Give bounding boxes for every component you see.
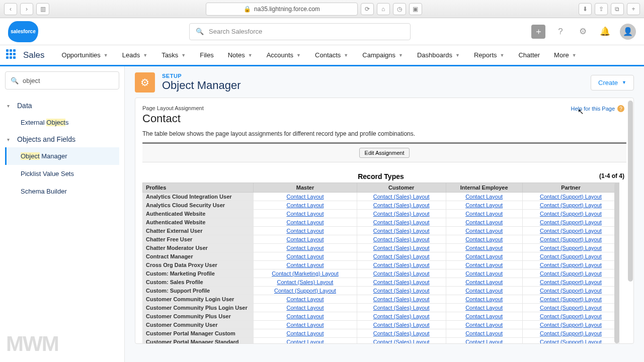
layout-link[interactable]: Contact Layout — [286, 245, 324, 251]
layout-link[interactable]: Contact Layout — [286, 211, 324, 217]
layout-link[interactable]: Contact Layout — [465, 339, 503, 343]
layout-link[interactable]: Contact (Sales) Layout — [373, 202, 430, 208]
layout-link[interactable]: Contact Layout — [286, 194, 324, 200]
nav-item-contacts[interactable]: Contacts▼ — [308, 45, 355, 66]
layout-link[interactable]: Contact (Sales) Layout — [373, 313, 430, 319]
layout-link[interactable]: Contact Layout — [286, 236, 324, 242]
layout-link[interactable]: Contact Layout — [286, 253, 324, 259]
layout-link[interactable]: Contact (Support) Layout — [540, 339, 602, 343]
layout-link[interactable]: Contact Layout — [465, 236, 503, 242]
sidebar-item-external-objects[interactable]: External Objects — [5, 114, 119, 131]
layout-link[interactable]: Contact Layout — [286, 322, 324, 328]
layout-link[interactable]: Contact (Support) Layout — [540, 313, 602, 319]
sidebar-item-object-manager[interactable]: Object Manager — [5, 147, 119, 165]
layout-link[interactable]: Contact (Support) Layout — [540, 253, 602, 259]
reload-button[interactable]: ⟳ — [361, 3, 374, 15]
layout-link[interactable]: Contact (Sales) Layout — [373, 194, 430, 200]
layout-link[interactable]: Contact (Sales) Layout — [373, 236, 430, 242]
sidebar-search[interactable]: 🔍 object — [5, 71, 119, 89]
layout-link[interactable]: Contact (Support) Layout — [540, 236, 602, 242]
layout-link[interactable]: Contact Layout — [286, 219, 324, 225]
app-launcher-icon[interactable] — [6, 49, 18, 61]
layout-link[interactable]: Contact (Support) Layout — [540, 279, 602, 285]
layout-link[interactable]: Contact Layout — [286, 339, 324, 343]
url-bar[interactable]: 🔒 na35.lightning.force.com — [206, 3, 357, 16]
create-button[interactable]: Create ▼ — [591, 75, 634, 90]
layout-link[interactable]: Contact Layout — [465, 219, 503, 225]
layout-link[interactable]: Contact (Support) Layout — [540, 322, 602, 328]
edit-assignment-button[interactable]: Edit Assignment — [359, 148, 410, 158]
layout-link[interactable]: Contact (Sales) Layout — [373, 279, 430, 285]
layout-link[interactable]: Contact (Sales) Layout — [373, 219, 430, 225]
layout-link[interactable]: Contact (Support) Layout — [540, 305, 602, 311]
layout-link[interactable]: Contact Layout — [465, 194, 503, 200]
layout-link[interactable]: Contact Layout — [465, 330, 503, 336]
nav-item-files[interactable]: Files — [193, 45, 220, 66]
layout-link[interactable]: Contact Layout — [465, 228, 503, 234]
new-tab-button[interactable]: + — [627, 3, 640, 15]
home-icon[interactable]: ⌂ — [377, 3, 390, 15]
layout-link[interactable]: Contact (Support) Layout — [540, 330, 602, 336]
sidebar-item-picklist-value-sets[interactable]: Picklist Value Sets — [5, 165, 119, 183]
layout-link[interactable]: Contact Layout — [465, 270, 503, 277]
layout-link[interactable]: Contact (Sales) Layout — [373, 330, 430, 336]
layout-link[interactable]: Contact Layout — [465, 279, 503, 285]
nav-item-campaigns[interactable]: Campaigns▼ — [355, 45, 410, 66]
layout-link[interactable]: Contact Layout — [465, 245, 503, 251]
layout-link[interactable]: Contact Layout — [465, 288, 503, 294]
nav-item-more[interactable]: More▼ — [547, 45, 584, 66]
global-search[interactable]: 🔍 Search Salesforce — [189, 23, 411, 40]
layout-link[interactable]: Contact (Sales) Layout — [373, 296, 430, 302]
layout-link[interactable]: Contact Layout — [465, 296, 503, 302]
layout-link[interactable]: Contact Layout — [286, 296, 324, 302]
download-indicator-icon[interactable]: ⬇ — [579, 3, 592, 15]
layout-link[interactable]: Contact (Support) Layout — [540, 245, 602, 251]
layout-link[interactable]: Contact (Sales) Layout — [373, 288, 430, 294]
sidebar-group-objects-and-fields[interactable]: ▾Objects and Fields — [5, 131, 119, 147]
layout-link[interactable]: Contact (Support) Layout — [540, 194, 602, 200]
layout-link[interactable]: Contact (Sales) Layout — [373, 211, 430, 217]
layout-link[interactable]: Contact (Sales) Layout — [277, 279, 334, 285]
inner-scrollbar[interactable] — [614, 183, 619, 343]
layout-link[interactable]: Contact Layout — [286, 313, 324, 319]
layout-link[interactable]: Contact Layout — [465, 305, 503, 311]
nav-item-notes[interactable]: Notes▼ — [221, 45, 260, 66]
layout-link[interactable]: Contact Layout — [465, 322, 503, 328]
layout-link[interactable]: Contact (Sales) Layout — [373, 262, 430, 268]
layout-link[interactable]: Contact Layout — [465, 202, 503, 208]
downloads-icon[interactable]: ▣ — [409, 3, 422, 15]
help-icon[interactable]: ? — [553, 25, 568, 39]
share-icon[interactable]: ⇪ — [595, 3, 608, 15]
layout-link[interactable]: Contact Layout — [465, 262, 503, 268]
layout-link[interactable]: Contact Layout — [286, 305, 324, 311]
gear-icon[interactable]: ⚙ — [576, 25, 590, 39]
sidebar-item-schema-builder[interactable]: Schema Builder — [5, 183, 119, 200]
layout-link[interactable]: Contact Layout — [286, 262, 324, 268]
avatar[interactable]: 👤 — [620, 24, 636, 40]
layout-link[interactable]: Contact Layout — [286, 228, 324, 234]
nav-item-leads[interactable]: Leads▼ — [115, 45, 154, 66]
forward-button[interactable]: › — [20, 3, 33, 15]
layout-link[interactable]: Contact (Support) Layout — [274, 288, 336, 294]
layout-link[interactable]: Contact (Support) Layout — [540, 296, 602, 302]
layout-link[interactable]: Contact (Sales) Layout — [373, 322, 430, 328]
outer-scrollbar[interactable] — [628, 101, 633, 282]
nav-item-chatter[interactable]: Chatter — [511, 45, 547, 66]
nav-item-opportunities[interactable]: Opportunities▼ — [55, 45, 115, 66]
layout-link[interactable]: Contact (Marketing) Layout — [272, 270, 339, 277]
sidebar-toggle-button[interactable]: ▥ — [36, 3, 49, 15]
notifications-icon[interactable]: 🔔 — [598, 25, 612, 39]
layout-link[interactable]: Contact (Sales) Layout — [373, 253, 430, 259]
layout-link[interactable]: Contact (Support) Layout — [540, 228, 602, 234]
layout-link[interactable]: Contact (Sales) Layout — [373, 245, 430, 251]
layout-link[interactable]: Contact (Support) Layout — [540, 270, 602, 277]
help-for-page-link[interactable]: Help for this Page ? — [571, 105, 624, 112]
history-icon[interactable]: ◷ — [393, 3, 406, 15]
layout-link[interactable]: Contact Layout — [465, 253, 503, 259]
layout-link[interactable]: Contact (Support) Layout — [540, 288, 602, 294]
nav-item-tasks[interactable]: Tasks▼ — [154, 45, 193, 66]
back-button[interactable]: ‹ — [4, 3, 17, 15]
layout-link[interactable]: Contact Layout — [465, 211, 503, 217]
layout-link[interactable]: Contact Layout — [286, 202, 324, 208]
nav-item-reports[interactable]: Reports▼ — [467, 45, 511, 66]
